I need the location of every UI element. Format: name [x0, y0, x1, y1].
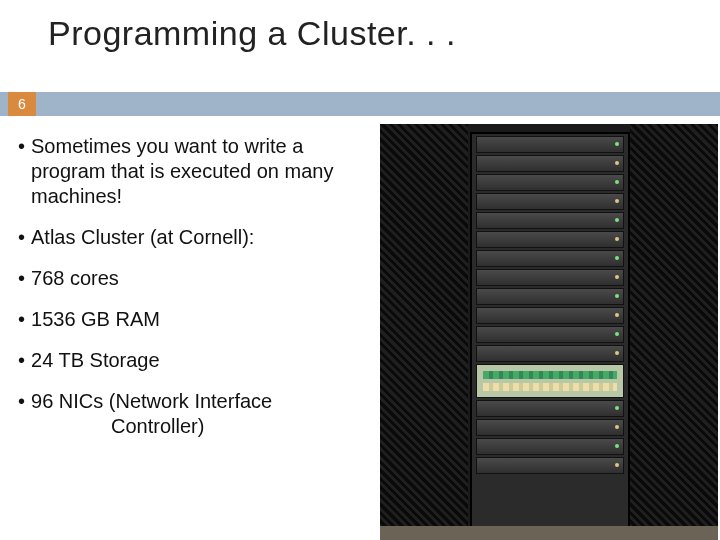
bullet-item: • 96 NICs (Network Interface Controller): [18, 389, 378, 439]
bullet-item: • Atlas Cluster (at Cornell):: [18, 225, 378, 250]
server-unit: [476, 193, 624, 210]
bullet-text: Atlas Cluster (at Cornell):: [31, 225, 378, 250]
server-unit: [476, 136, 624, 153]
bullet-list: • Sometimes you want to write a program …: [18, 134, 378, 455]
bullet-text: 96 NICs (Network Interface Controller): [31, 389, 378, 439]
bullet-dot-icon: •: [18, 266, 25, 291]
server-unit: [476, 345, 624, 362]
bullet-dot-icon: •: [18, 134, 25, 159]
rack-mesh-left: [380, 124, 468, 540]
floor: [380, 526, 718, 540]
server-unit: [476, 400, 624, 417]
server-rack: [470, 132, 630, 530]
server-unit: [476, 250, 624, 267]
network-switch: [476, 364, 624, 398]
bullet-item: • Sometimes you want to write a program …: [18, 134, 378, 209]
bullet-item: • 1536 GB RAM: [18, 307, 378, 332]
bullet-dot-icon: •: [18, 389, 25, 414]
server-unit: [476, 212, 624, 229]
bullet-dot-icon: •: [18, 307, 25, 332]
bullet-dot-icon: •: [18, 225, 25, 250]
server-unit: [476, 155, 624, 172]
server-unit: [476, 457, 624, 474]
bullet-text: 1536 GB RAM: [31, 307, 378, 332]
server-rack-image: [380, 124, 718, 540]
server-unit: [476, 438, 624, 455]
bullet-text: 768 cores: [31, 266, 378, 291]
server-unit: [476, 269, 624, 286]
page-number: 6: [8, 92, 36, 116]
bullet-dot-icon: •: [18, 348, 25, 373]
rack-mesh-right: [630, 124, 718, 540]
page-bar: [0, 92, 720, 116]
slide: Programming a Cluster. . . 6 • Sometimes…: [0, 0, 720, 540]
bullet-text-line1: 96 NICs (Network Interface: [31, 390, 272, 412]
bullet-text: 24 TB Storage: [31, 348, 378, 373]
server-unit: [476, 326, 624, 343]
bullet-item: • 24 TB Storage: [18, 348, 378, 373]
server-unit: [476, 288, 624, 305]
server-unit: [476, 419, 624, 436]
slide-title: Programming a Cluster. . .: [48, 14, 456, 53]
bullet-text-continuation: Controller): [31, 414, 378, 439]
server-unit: [476, 231, 624, 248]
bullet-item: • 768 cores: [18, 266, 378, 291]
bullet-text: Sometimes you want to write a program th…: [31, 134, 378, 209]
server-unit: [476, 174, 624, 191]
server-unit: [476, 307, 624, 324]
